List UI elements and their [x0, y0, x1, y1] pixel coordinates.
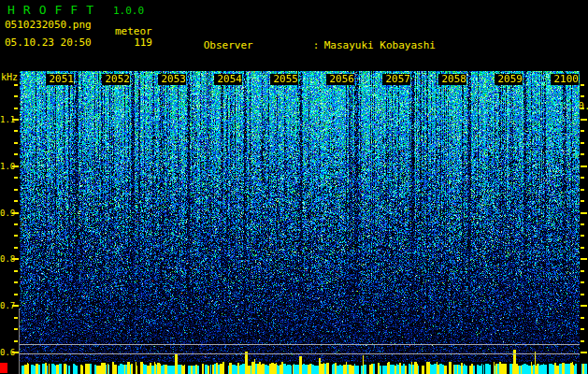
plot-left-edge-line: [19, 309, 20, 374]
x-time-label: 2057: [382, 74, 410, 85]
axis-tick: [581, 247, 584, 249]
reference-line-upper: [20, 344, 580, 345]
axis-tick: [581, 95, 584, 97]
x-time-label: 2058: [438, 74, 466, 85]
axis-tick: [14, 130, 18, 132]
axis-tick: [581, 317, 584, 319]
x-time-label: 2054: [214, 74, 242, 85]
axis-tick: [14, 200, 18, 202]
axis-tick: [581, 130, 584, 132]
echo-count: 119: [126, 36, 152, 49]
axis-tick: [12, 352, 19, 353]
x-time-label: 2056: [326, 74, 354, 85]
info-value: Masayuki Kobayashi: [324, 39, 436, 51]
axis-tick: [14, 108, 18, 109]
axis-tick: [581, 305, 587, 307]
timestamp: 05.10.23 20:50: [5, 36, 92, 49]
x-time-label: 2055: [270, 74, 298, 85]
axis-tick: [581, 153, 584, 155]
spectrogram-canvas: [20, 71, 588, 374]
axis-tick: [581, 189, 584, 191]
axis-tick: [14, 247, 18, 249]
axis-tick: [14, 340, 18, 342]
axis-tick: [12, 165, 19, 167]
info-row-observer: Observer:Masayuki Kobayashi: [166, 27, 588, 64]
axis-tick: [14, 223, 18, 225]
axis-tick: [12, 258, 19, 260]
axis-tick: [581, 200, 584, 202]
axis-tick: [581, 294, 584, 295]
axis-tick: [581, 84, 584, 86]
output-filename: 0510232050.png: [5, 19, 92, 31]
axis-tick: [14, 177, 18, 179]
axis-tick: [14, 294, 18, 295]
axis-tick: [12, 119, 19, 121]
app-title: HROFFT: [7, 3, 102, 17]
axis-tick: [581, 270, 584, 272]
axis-tick: [581, 142, 584, 144]
axis-tick: [581, 165, 587, 167]
axis-tick: [581, 177, 584, 179]
axis-tick: [12, 305, 19, 307]
axis-tick: [14, 84, 18, 86]
x-time-label: 2059: [495, 74, 523, 85]
axis-tick: [14, 328, 18, 330]
x-time-label: 2051: [46, 74, 74, 85]
app-version: 1.0.0: [113, 5, 144, 17]
level-strip-red-marker: [0, 363, 7, 373]
axis-tick: [581, 258, 587, 260]
hrofft-window: HROFFT 1.0.0 0510232050.png meteor 05.10…: [0, 0, 588, 374]
axis-tick: [581, 212, 587, 214]
axis-tick: [581, 328, 584, 330]
axis-tick: [581, 108, 584, 109]
axis-tick: [14, 153, 18, 155]
axis-tick: [14, 270, 18, 272]
info-label: Observer: [204, 39, 313, 51]
axis-tick: [14, 95, 18, 97]
x-time-label: 2100: [551, 74, 579, 85]
axis-tick: [14, 142, 18, 144]
x-time-label: 2053: [158, 74, 186, 85]
axis-tick: [14, 189, 18, 191]
axis-tick: [581, 340, 584, 342]
axis-tick: [581, 235, 584, 237]
axis-tick: [14, 281, 18, 283]
axis-tick: [581, 223, 584, 225]
axis-tick: [14, 235, 18, 237]
y-axis-unit: kHz: [1, 72, 18, 82]
reference-line-lower: [20, 353, 580, 354]
info-separator: :: [313, 39, 324, 51]
axis-tick: [14, 317, 18, 319]
axis-tick: [581, 119, 587, 121]
axis-tick: [581, 281, 584, 283]
axis-tick: [12, 212, 19, 214]
x-time-label: 2052: [102, 74, 130, 85]
axis-tick: [581, 352, 587, 353]
